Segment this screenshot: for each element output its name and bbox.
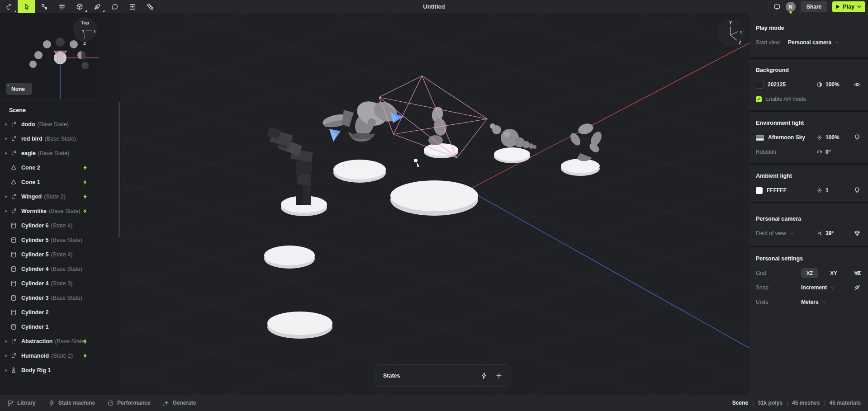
state-machine-icon[interactable] (480, 372, 488, 379)
app-logo-icon (5, 3, 13, 10)
scene-item-wormlike[interactable]: Wormlike(Base State) (0, 204, 121, 218)
snap-dropdown[interactable]: Increment (801, 284, 835, 291)
transform-tool-button[interactable] (35, 0, 53, 13)
scene-item-red-bird[interactable]: red bird(Base State) (0, 132, 121, 146)
scene-item-winged[interactable]: Winged(State 2) (0, 189, 121, 204)
add-state-button[interactable] (495, 372, 503, 379)
submenu-corner-icon (85, 10, 87, 12)
expand-chevron-icon[interactable] (4, 340, 9, 343)
blob-tool-button[interactable] (106, 0, 123, 13)
preview-camera-dropdown[interactable]: None (6, 83, 32, 95)
ambient-intensity-value[interactable]: 1 (825, 187, 829, 194)
scene-item-state: (Base State) (51, 295, 82, 301)
snap-disabled-icon[interactable] (854, 284, 861, 291)
cylinder-icon (10, 294, 17, 302)
scene-item-body-rig-1[interactable]: Body Rig 1 (0, 363, 121, 378)
scene-item-cone-2[interactable]: Cone 2 (0, 161, 121, 175)
scene-item-abstraction[interactable]: Abstraction(Base State) (0, 334, 121, 349)
start-view-dropdown[interactable]: Personal camera (788, 39, 840, 46)
scene-item-cylinder-5[interactable]: Cylinder 5(Base State) (0, 233, 121, 247)
scene-item-humanoid[interactable]: Humanoid(State 2) (0, 349, 121, 363)
device-preview-button[interactable] (773, 3, 781, 10)
scene-item-name: red bird (21, 136, 43, 142)
frame-tool-button[interactable] (123, 0, 141, 13)
generate-button[interactable]: Generate (162, 400, 196, 406)
rotation-icon (816, 149, 823, 155)
bottom-bar: LibraryState machinePerformanceGenerate … (0, 395, 868, 411)
stat-value: 45 materials (830, 400, 861, 406)
scene-item-cylinder-5[interactable]: Cylinder 5(State 4) (0, 247, 121, 262)
background-hex-value[interactable]: 202125 (768, 81, 786, 88)
scene-item-cylinder-4[interactable]: Cylinder 4(Base State) (0, 262, 121, 276)
scene-item-name: Cylinder 3 (21, 295, 48, 301)
ruler-tool-button[interactable] (141, 0, 159, 13)
viewport[interactable]: Y x Z (0, 13, 868, 395)
section-title: Personal camera (756, 215, 862, 223)
background-opacity-value[interactable]: 100% (825, 81, 840, 88)
petal-creature-object[interactable] (568, 122, 603, 161)
bulb-icon[interactable] (854, 187, 861, 194)
shape-tool-button[interactable] (71, 0, 88, 13)
stat-separator: | (824, 400, 825, 406)
avatar[interactable]: N (786, 2, 796, 12)
scene-item-eagle[interactable]: eagle(Base State) (0, 146, 121, 161)
eye-icon[interactable] (854, 81, 861, 88)
play-button[interactable]: Play (832, 1, 865, 12)
units-dropdown[interactable]: Meters (801, 299, 827, 305)
expand-chevron-icon[interactable] (4, 369, 9, 372)
expand-chevron-icon[interactable] (4, 123, 9, 126)
platform-discs[interactable] (264, 143, 600, 339)
scene-item-state: (State 2) (51, 353, 73, 359)
expand-chevron-icon[interactable] (4, 195, 9, 198)
grid-plane-option-xz[interactable]: XZ (801, 268, 818, 278)
select-tool-button[interactable] (18, 0, 35, 13)
bolt-icon (82, 165, 88, 171)
state-machine-button[interactable]: State machine (48, 399, 95, 406)
scene-item-name: Humanoid (21, 353, 49, 359)
snail-creature-object[interactable] (490, 123, 536, 149)
expand-chevron-icon[interactable] (4, 152, 9, 155)
expand-chevron-icon[interactable] (4, 354, 9, 357)
scene-item-cylinder-4[interactable]: Cylinder 4(State 3) (0, 276, 121, 291)
ar-mode-checkbox[interactable] (756, 96, 762, 102)
environment-preset-thumbnail[interactable] (756, 135, 764, 141)
grid-plane-option-xy[interactable]: XY (825, 268, 842, 278)
document-title[interactable]: Untitled (423, 3, 445, 10)
orientation-gizmo[interactable]: Y x Z (719, 20, 744, 45)
fov-value[interactable]: 39° (825, 230, 834, 236)
state-object-icon (10, 208, 17, 215)
pen-tool-button[interactable] (88, 0, 106, 13)
camera-frustum-icon[interactable] (854, 230, 861, 237)
scene-item-cylinder-1[interactable]: Cylinder 1 (0, 320, 121, 334)
ambient-color-swatch[interactable] (756, 187, 763, 194)
environment-preset-value[interactable]: Afternoon Sky (768, 134, 805, 141)
expand-chevron-icon[interactable] (4, 210, 9, 213)
expand-chevron-icon[interactable] (4, 137, 9, 140)
robot-arm-object[interactable] (267, 127, 313, 205)
scene-item-cylinder-3[interactable]: Cylinder 3(Base State) (0, 291, 121, 305)
stat-separator: | (787, 400, 788, 406)
scene-list-scrollbar[interactable] (119, 102, 120, 237)
performance-icon (107, 400, 114, 406)
library-button[interactable]: Library (7, 400, 36, 406)
fov-dropdown[interactable]: Field of view (756, 230, 794, 236)
top-view-preview[interactable]: Top Y X Z None (0, 13, 99, 99)
performance-button[interactable]: Performance (107, 400, 150, 406)
scene-item-cone-1[interactable]: Cone 1 (0, 175, 121, 189)
scene-item-dodo[interactable]: dodo(Base State) (0, 117, 121, 132)
generate-icon (162, 400, 169, 406)
scene-item-cylinder-6[interactable]: Cylinder 6(State 4) (0, 218, 121, 233)
scene-item-cylinder-2[interactable]: Cylinder 2 (0, 305, 121, 320)
body-rig-icon (10, 367, 17, 374)
grid-tool-button[interactable] (53, 0, 71, 13)
app-logo-button[interactable] (0, 0, 18, 13)
ambient-hex-value[interactable]: FFFFFF (767, 187, 787, 194)
bulb-icon[interactable] (854, 134, 861, 141)
environment-intensity-value[interactable]: 100% (825, 134, 840, 141)
rotation-value[interactable]: 0° (825, 149, 830, 155)
share-button[interactable]: Share (801, 1, 827, 12)
states-label: States (383, 373, 400, 379)
states-bar[interactable]: States (375, 364, 511, 387)
background-color-swatch[interactable] (756, 81, 764, 89)
eye-icon[interactable] (854, 269, 861, 277)
